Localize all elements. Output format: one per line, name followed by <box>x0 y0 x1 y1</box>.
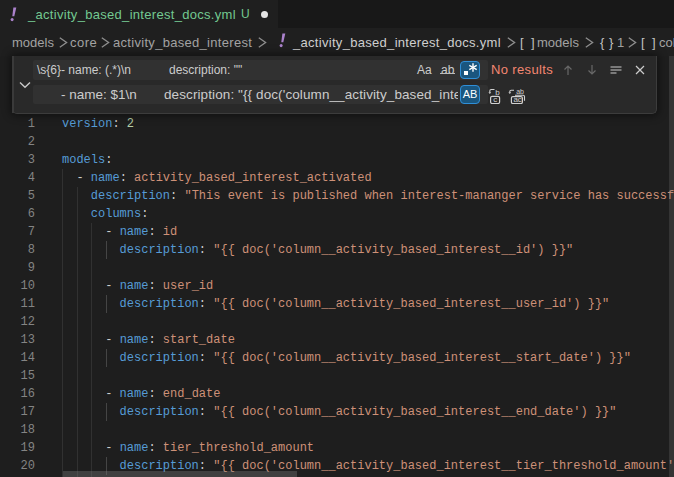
svg-text:ab: ab <box>516 88 524 95</box>
svg-text:ac: ac <box>513 95 521 104</box>
svg-text:c: c <box>493 95 497 104</box>
